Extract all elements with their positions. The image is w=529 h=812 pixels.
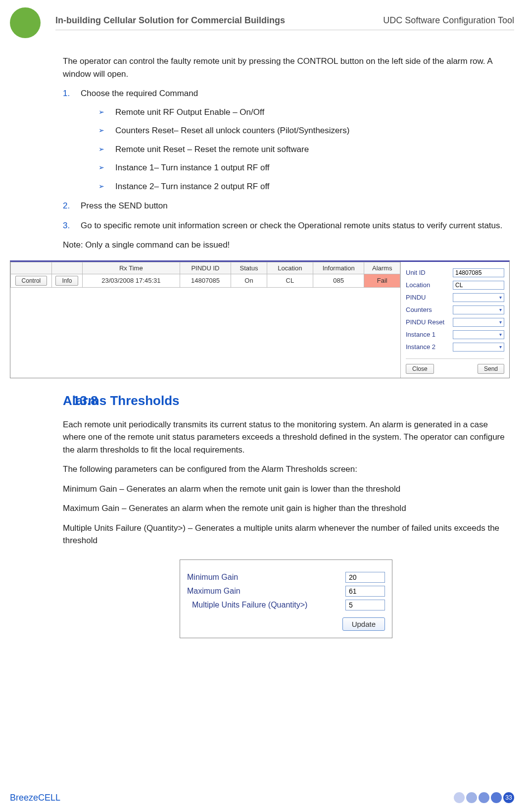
col-rx-time: Rx Time bbox=[82, 262, 180, 274]
send-button[interactable]: Send bbox=[478, 364, 504, 374]
step-2: 2. Press the SEND button bbox=[63, 200, 509, 212]
col-status: Status bbox=[231, 262, 267, 274]
chevron-down-icon: ▾ bbox=[499, 307, 502, 312]
chevron-down-icon: ▾ bbox=[499, 295, 502, 300]
col-blank1 bbox=[11, 262, 52, 274]
para-intro-params: The following parameters can be configur… bbox=[63, 463, 509, 476]
chevron-down-icon: ▾ bbox=[499, 332, 502, 337]
instance2-label: Instance 2 bbox=[406, 343, 453, 351]
counters-select[interactable]: ▾ bbox=[453, 305, 504, 314]
footer-brand: BreezeCELL bbox=[10, 793, 60, 803]
step-1-number: 1. bbox=[63, 87, 70, 100]
content: The operator can control the faulty remo… bbox=[0, 43, 529, 638]
col-pindu-id: PINDU ID bbox=[180, 262, 231, 274]
step-2-number: 2. bbox=[63, 200, 70, 212]
control-cell: Control bbox=[11, 274, 52, 287]
dot-icon bbox=[454, 792, 465, 803]
para-max-gain: Maximum Gain – Generates an alarm when t… bbox=[63, 502, 509, 515]
header-subtitle-left: In-building Cellular Solution for Commer… bbox=[55, 15, 285, 26]
pindu-reset-select[interactable]: ▾ bbox=[453, 318, 504, 327]
col-information: Information bbox=[313, 262, 364, 274]
cell-alarms: Fail bbox=[364, 274, 400, 287]
step-2-text: Press the SEND button bbox=[81, 201, 168, 210]
table-header-row: Rx Time PINDU ID Status Location Informa… bbox=[11, 262, 400, 274]
command-item: Remote unit RF Output Enable – On/Off bbox=[98, 106, 509, 119]
multi-fail-label: Multiple Units Failure (Quantity>) bbox=[187, 601, 345, 609]
pindu-label: PINDU bbox=[406, 294, 453, 301]
command-item: Instance 1– Turn instance 1 output RF of… bbox=[98, 161, 509, 174]
location-label: Location bbox=[406, 281, 453, 289]
instance2-select[interactable]: ▾ bbox=[453, 343, 504, 352]
command-item: Instance 2– Turn instance 2 output RF of… bbox=[98, 180, 509, 193]
unit-id-field[interactable]: 14807085 bbox=[453, 268, 504, 277]
section-heading-row: 13.8 Alarms Thresholds bbox=[63, 393, 509, 408]
logo-icon bbox=[10, 7, 41, 38]
note-text: Note: Only a single command can be issue… bbox=[63, 239, 509, 252]
step-3: 3. Go to specific remote unit informatio… bbox=[63, 219, 509, 232]
para-overview: Each remote unit periodically transmits … bbox=[63, 418, 509, 457]
thresholds-panel: Minimum Gain20 Maximum Gain61 Multiple U… bbox=[180, 559, 392, 638]
multi-fail-field[interactable]: 5 bbox=[345, 600, 385, 610]
pindu-reset-label: PINDU Reset bbox=[406, 318, 453, 326]
control-button[interactable]: Control bbox=[15, 276, 48, 286]
dot-icon bbox=[491, 792, 502, 803]
cell-rx-time: 23/03/2008 17:45:31 bbox=[82, 274, 180, 287]
unit-id-label: Unit ID bbox=[406, 269, 453, 276]
table-row: Control Info 23/03/2008 17:45:31 1480708… bbox=[11, 274, 400, 287]
cell-pindu: 14807085 bbox=[180, 274, 231, 287]
step-1-text: Choose the required Command bbox=[81, 89, 198, 98]
counters-label: Counters bbox=[406, 306, 453, 313]
col-alarms: Alarms bbox=[364, 262, 400, 274]
commands-list: Remote unit RF Output Enable – On/Off Co… bbox=[98, 106, 509, 193]
para-min-gain: Minimum Gain – Generates an alarm when t… bbox=[63, 483, 509, 496]
header-titles: In-building Cellular Solution for Commer… bbox=[55, 15, 514, 30]
step-1: 1. Choose the required Command Remote un… bbox=[63, 87, 509, 193]
dot-icon bbox=[479, 792, 489, 803]
alarm-grid: Rx Time PINDU ID Status Location Informa… bbox=[10, 262, 400, 378]
alarm-table: Rx Time PINDU ID Status Location Informa… bbox=[10, 262, 400, 288]
page-header: In-building Cellular Solution for Commer… bbox=[0, 0, 529, 43]
section-number: 13.8 bbox=[73, 393, 98, 408]
chevron-down-icon: ▾ bbox=[499, 344, 502, 350]
col-blank2 bbox=[51, 262, 82, 274]
page-footer: BreezeCELL 33 bbox=[0, 792, 529, 803]
max-gain-label: Maximum Gain bbox=[187, 587, 345, 596]
cell-location: CL bbox=[267, 274, 313, 287]
location-field[interactable]: CL bbox=[453, 281, 504, 290]
command-item: Remote unit Reset – Reset the remote uni… bbox=[98, 143, 509, 156]
max-gain-field[interactable]: 61 bbox=[345, 586, 385, 597]
page-number-badge: 33 bbox=[503, 792, 514, 803]
update-button[interactable]: Update bbox=[342, 617, 385, 631]
dot-icon bbox=[466, 792, 477, 803]
min-gain-field[interactable]: 20 bbox=[345, 572, 385, 583]
section-title: Alarms Thresholds bbox=[63, 393, 509, 408]
control-side-panel: Unit ID14807085 LocationCL PINDU▾ Counte… bbox=[400, 262, 509, 378]
steps-list: 1. Choose the required Command Remote un… bbox=[63, 87, 509, 232]
min-gain-label: Minimum Gain bbox=[187, 573, 345, 582]
col-location: Location bbox=[267, 262, 313, 274]
instance1-select[interactable]: ▾ bbox=[453, 330, 504, 339]
pindu-select[interactable]: ▾ bbox=[453, 293, 504, 302]
info-button[interactable]: Info bbox=[55, 276, 78, 286]
intro-paragraph: The operator can control the faulty remo… bbox=[63, 55, 509, 80]
instance1-label: Instance 1 bbox=[406, 331, 453, 338]
cell-status: On bbox=[231, 274, 267, 287]
control-grid-panel: Rx Time PINDU ID Status Location Informa… bbox=[10, 260, 510, 378]
para-multi-fail: Multiple Units Failure (Quantity>) – Gen… bbox=[63, 522, 509, 547]
header-subtitle-right: UDC Software Configuration Tool bbox=[383, 15, 514, 26]
footer-dots: 33 bbox=[454, 792, 514, 803]
close-button[interactable]: Close bbox=[406, 364, 434, 374]
step-3-number: 3. bbox=[63, 219, 70, 232]
step-3-text: Go to specific remote unit information s… bbox=[81, 221, 502, 230]
command-item: Counters Reset– Reset all unlock counter… bbox=[98, 124, 509, 137]
cell-info: 085 bbox=[313, 274, 364, 287]
chevron-down-icon: ▾ bbox=[499, 319, 502, 325]
info-cell: Info bbox=[51, 274, 82, 287]
